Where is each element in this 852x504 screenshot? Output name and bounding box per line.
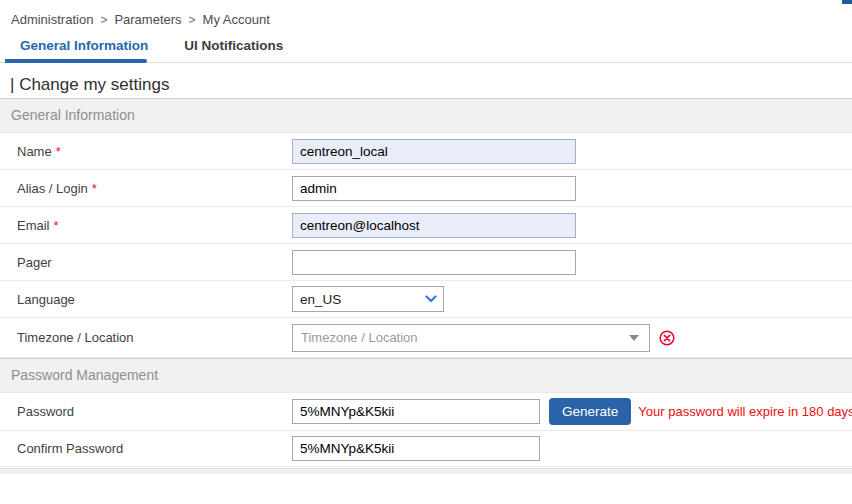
page-title: | Change my settings [0,67,852,98]
email-label: Email* [0,218,292,233]
required-asterisk: * [56,144,61,159]
required-asterisk: * [54,218,59,233]
timezone-label-text: Timezone / Location [17,330,134,345]
name-input[interactable] [292,139,576,164]
active-tab-indicator [5,59,147,63]
form-row-language: Language en_US [0,281,852,318]
email-label-text: Email [17,218,50,233]
tab-general-information[interactable]: General Information [20,38,148,59]
bottom-divider [0,468,852,474]
breadcrumb-separator: > [189,13,196,27]
form-row-timezone: Timezone / Location Timezone / Location [0,318,852,358]
timezone-placeholder: Timezone / Location [301,330,418,345]
language-label: Language [0,292,292,307]
form-row-name: Name* [0,133,852,170]
alias-login-label: Alias / Login* [0,181,292,196]
clear-timezone-icon[interactable] [659,330,675,346]
timezone-combobox[interactable]: Timezone / Location [292,324,650,352]
my-account-page: Administration>Parameters>My Account Gen… [0,0,852,504]
password-expire-note: Your password will expire in 180 days. [638,404,852,419]
pager-input[interactable] [292,250,576,275]
password-input[interactable] [292,399,540,424]
top-right-accent [842,0,852,4]
breadcrumb-my-account[interactable]: My Account [203,12,270,27]
password-label: Password [0,404,292,419]
language-select[interactable]: en_US [292,286,444,312]
form-row-alias-login: Alias / Login* [0,170,852,207]
password-label-text: Password [17,404,74,419]
breadcrumb-administration[interactable]: Administration [11,12,93,27]
dropdown-caret-icon [629,335,639,341]
name-label: Name* [0,144,292,159]
my-account-form: General Information Name* Alias / Login*… [0,98,852,474]
chevron-down-icon [425,295,437,303]
pager-label: Pager [0,255,292,270]
pager-label-text: Pager [17,255,52,270]
confirm-password-input[interactable] [292,436,540,461]
email-input[interactable] [292,213,576,238]
tab-bar: General Information UI Notifications [0,33,852,59]
timezone-label: Timezone / Location [0,330,292,345]
breadcrumb-separator: > [100,13,107,27]
confirm-password-label-text: Confirm Password [17,441,123,456]
tab-ui-notifications[interactable]: UI Notifications [184,38,283,59]
required-asterisk: * [92,181,97,196]
breadcrumb: Administration>Parameters>My Account [0,0,852,33]
form-row-password: Password Generate Your password will exp… [0,393,852,431]
confirm-password-label: Confirm Password [0,441,292,456]
name-label-text: Name [17,144,52,159]
section-header-password-management: Password Management [0,358,852,393]
language-label-text: Language [17,292,75,307]
language-selected-value: en_US [300,292,341,307]
form-row-pager: Pager [0,244,852,281]
generate-password-button[interactable]: Generate [549,398,631,425]
form-row-confirm-password: Confirm Password [0,431,852,467]
alias-login-input[interactable] [292,176,576,201]
tab-underline-track [0,62,852,67]
form-row-email: Email* [0,207,852,244]
breadcrumb-parameters[interactable]: Parameters [114,12,181,27]
alias-login-label-text: Alias / Login [17,181,88,196]
section-header-general-information: General Information [0,98,852,133]
